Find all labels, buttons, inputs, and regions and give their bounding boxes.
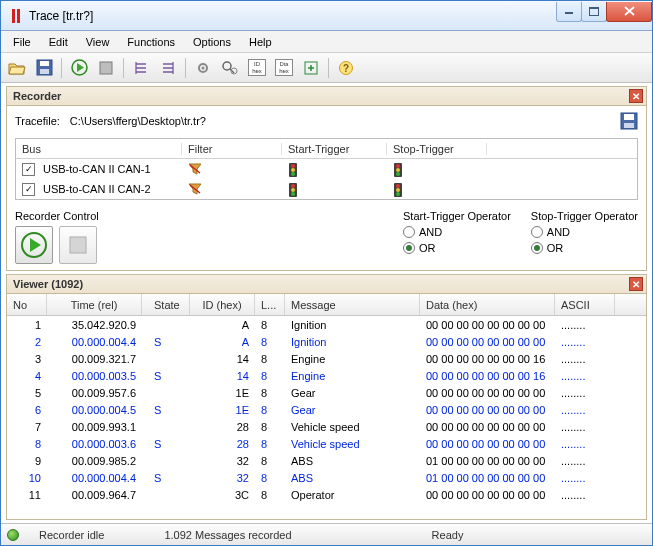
svg-text:hex: hex <box>252 68 262 74</box>
table-row[interactable]: 300.009.321.7148Engine00 00 00 00 00 00 … <box>7 350 646 367</box>
table-row[interactable]: 400.000.003.5S148Engine00 00 00 00 00 00… <box>7 367 646 384</box>
svg-rect-45 <box>70 237 86 253</box>
svg-point-33 <box>396 168 400 172</box>
toolbar: IDhex Dtahex ? <box>1 53 652 83</box>
open-button[interactable] <box>5 56 29 80</box>
menu-view[interactable]: View <box>78 34 118 50</box>
title-bar[interactable]: Trace [tr.tr?] <box>1 1 652 31</box>
gear-button[interactable] <box>191 56 215 80</box>
menu-functions[interactable]: Functions <box>119 34 183 50</box>
menu-file[interactable]: File <box>5 34 39 50</box>
viewer-close-button[interactable]: ✕ <box>629 277 643 291</box>
cell-msg: Ignition <box>285 319 420 331</box>
recorder-title: Recorder <box>13 90 61 102</box>
svg-point-12 <box>223 62 231 70</box>
cell-data: 00 00 00 00 00 00 00 16 <box>420 353 555 365</box>
cell-no: 4 <box>7 370 47 382</box>
cell-state: S <box>142 336 190 348</box>
menu-edit[interactable]: Edit <box>41 34 76 50</box>
col-start[interactable]: Start-Trigger <box>282 143 387 155</box>
col-time[interactable]: Time (rel) <box>47 294 142 315</box>
cell-msg: Vehicle speed <box>285 438 420 450</box>
svg-rect-2 <box>565 12 573 14</box>
start-op-label: Start-Trigger Operator <box>403 210 511 222</box>
minimize-button[interactable] <box>556 2 582 22</box>
table-row[interactable]: 700.009.993.1288Vehicle speed00 00 00 00… <box>7 418 646 435</box>
recorder-stop-button[interactable] <box>59 226 97 264</box>
start-op-or[interactable]: OR <box>403 242 511 254</box>
bus-row[interactable]: ✓USB-to-CAN II CAN-1 <box>16 159 637 179</box>
start-op-and[interactable]: AND <box>403 226 511 238</box>
svg-text:Dta: Dta <box>280 61 290 67</box>
cell-time: 00.000.004.5 <box>47 404 142 416</box>
table-row[interactable]: 600.000.004.5S1E8Gear00 00 00 00 00 00 0… <box>7 401 646 418</box>
svg-point-38 <box>291 188 295 192</box>
table-row[interactable]: 135.042.920.9A8Ignition00 00 00 00 00 00… <box>7 316 646 333</box>
table-row[interactable]: 500.009.957.61E8Gear00 00 00 00 00 00 00… <box>7 384 646 401</box>
col-len[interactable]: L... <box>255 294 285 315</box>
cell-len: 8 <box>255 387 285 399</box>
grid-body[interactable]: 135.042.920.9A8Ignition00 00 00 00 00 00… <box>7 316 646 519</box>
svg-point-34 <box>396 172 400 176</box>
recorder-close-button[interactable]: ✕ <box>629 89 643 103</box>
col-state[interactable]: State <box>142 294 190 315</box>
cell-id: 3C <box>190 489 255 501</box>
cell-ascii: ........ <box>555 370 615 382</box>
id-hex-button[interactable]: IDhex <box>245 56 269 80</box>
cell-no: 2 <box>7 336 47 348</box>
cell-data: 00 00 00 00 00 00 00 00 <box>420 421 555 433</box>
col-data[interactable]: Data (hex) <box>420 294 555 315</box>
cell-id: 14 <box>190 353 255 365</box>
recorder-start-button[interactable] <box>15 226 53 264</box>
menu-options[interactable]: Options <box>185 34 239 50</box>
col-bus[interactable]: Bus <box>16 143 182 155</box>
menu-bar: File Edit View Functions Options Help <box>1 31 652 53</box>
svg-rect-1 <box>17 9 20 23</box>
goto-button[interactable] <box>299 56 323 80</box>
stop-op-and[interactable]: AND <box>531 226 638 238</box>
trigger-icon <box>393 183 407 195</box>
status-count: 1.092 Messages recorded <box>164 529 291 541</box>
cell-time: 00.009.964.7 <box>47 489 142 501</box>
bus-checkbox[interactable]: ✓ <box>22 183 35 196</box>
col-stop[interactable]: Stop-Trigger <box>387 143 487 155</box>
col-id[interactable]: ID (hex) <box>190 294 255 315</box>
stop-button[interactable] <box>94 56 118 80</box>
cell-msg: ABS <box>285 472 420 484</box>
cell-ascii: ........ <box>555 438 615 450</box>
col-ascii[interactable]: ASCII <box>555 294 615 315</box>
table-row[interactable]: 1000.000.004.4S328ABS01 00 00 00 00 00 0… <box>7 469 646 486</box>
stop-op-or[interactable]: OR <box>531 242 638 254</box>
cell-len: 8 <box>255 404 285 416</box>
cell-no: 11 <box>7 489 47 501</box>
svg-point-28 <box>291 164 295 168</box>
bus-row[interactable]: ✓USB-to-CAN II CAN-2 <box>16 179 637 199</box>
svg-rect-7 <box>40 69 49 74</box>
table-row[interactable]: 900.009.985.2328ABS01 00 00 00 00 00 00 … <box>7 452 646 469</box>
cell-len: 8 <box>255 421 285 433</box>
maximize-button[interactable] <box>581 2 607 22</box>
col-msg[interactable]: Message <box>285 294 420 315</box>
col-filter[interactable]: Filter <box>182 143 282 155</box>
tracefile-save-button[interactable] <box>620 112 638 130</box>
cell-ascii: ........ <box>555 336 615 348</box>
find-button[interactable] <box>218 56 242 80</box>
bus-checkbox[interactable]: ✓ <box>22 163 35 176</box>
data-hex-button[interactable]: Dtahex <box>272 56 296 80</box>
svg-rect-9 <box>100 62 112 74</box>
save-button[interactable] <box>32 56 56 80</box>
cell-no: 9 <box>7 455 47 467</box>
cell-data: 01 00 00 00 00 00 00 00 <box>420 472 555 484</box>
col-no[interactable]: No <box>7 294 47 315</box>
table-row[interactable]: 1100.009.964.73C8Operator00 00 00 00 00 … <box>7 486 646 503</box>
close-button[interactable] <box>606 2 652 22</box>
table-row[interactable]: 800.000.003.6S288Vehicle speed00 00 00 0… <box>7 435 646 452</box>
menu-help[interactable]: Help <box>241 34 280 50</box>
filter-icon <box>188 163 202 175</box>
tool-b-button[interactable] <box>156 56 180 80</box>
play-button[interactable] <box>67 56 91 80</box>
table-row[interactable]: 200.000.004.4SA8Ignition00 00 00 00 00 0… <box>7 333 646 350</box>
recorder-header: Recorder ✕ <box>6 86 647 106</box>
tool-a-button[interactable] <box>129 56 153 80</box>
help-button[interactable]: ? <box>334 56 358 80</box>
